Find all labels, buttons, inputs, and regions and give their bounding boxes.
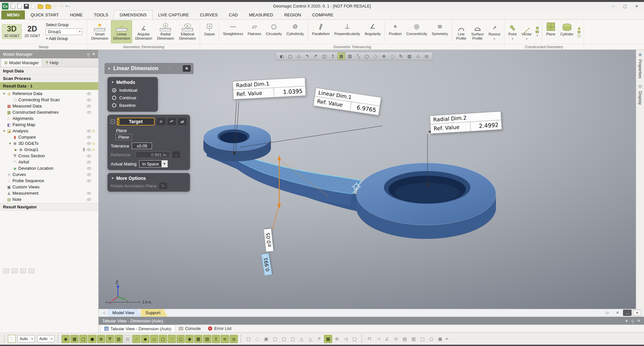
tree-item[interactable]: ▦ Measured Data [0, 103, 98, 109]
scroll-right-icon[interactable]: ▷ [603, 310, 612, 316]
filter-icon-4[interactable]: ▭ [29, 269, 34, 273]
plane-button[interactable]: Plane [544, 20, 557, 43]
collapse-icon[interactable]: ▼ [107, 67, 111, 70]
section-result-data[interactable]: Result Data - 1 [0, 82, 98, 90]
3d-gdt-button[interactable]: 3D 3D GD&T [2, 24, 22, 39]
toolbar-grip[interactable] [361, 335, 363, 343]
entity-filter-icon[interactable]: ◉ [62, 335, 70, 343]
visibility-eye-icon[interactable] [87, 130, 91, 132]
tolerance-button[interactable]: — Straightness [221, 20, 245, 43]
toolbar-grip[interactable] [58, 335, 59, 343]
add-group-button[interactable]: + Add Group [46, 36, 82, 41]
view-list-dropdown[interactable]: ▼ [633, 310, 641, 316]
geometry-tool-icon[interactable]: ▢ [244, 335, 253, 343]
dimension-annotation[interactable]: Radial Dim.1 Ref. Value 1.0395 [233, 77, 306, 100]
pin-icon[interactable] [632, 320, 634, 322]
entity-filter-icon[interactable]: ◎ [230, 335, 238, 343]
tab-tabular-view[interactable]: Tabular View - Dimension (Auto) [101, 325, 175, 332]
target-plane-1[interactable]: Plane [116, 128, 190, 133]
viewport-tool-icon[interactable]: ◎ [423, 52, 430, 60]
entity-filter-icon[interactable]: ○ [177, 335, 185, 343]
tree-item[interactable]: ∩ Curves [0, 171, 98, 178]
selection-mode-icon[interactable]: ⛶ [8, 335, 16, 343]
viewport-tool-icon[interactable]: ◐ [278, 52, 286, 60]
method-radio[interactable]: Continue [107, 94, 158, 102]
tree-item[interactable]: ▤ Note [0, 196, 98, 202]
viewport-tool-icon[interactable]: ╲ [354, 52, 362, 60]
measure-tool-icon[interactable]: ⊓ [365, 335, 373, 343]
measure-tool-icon[interactable]: ○ [427, 335, 435, 343]
section-scan-process[interactable]: Scan Process [0, 75, 98, 82]
viewport-tool-icon[interactable]: ▢ [286, 52, 294, 60]
viewport-tool-icon[interactable]: ↥ [329, 52, 337, 60]
elliptical-dimension-button[interactable]: EllipticalDimension [177, 20, 198, 43]
filter-icon-1[interactable]: ▭ [3, 269, 9, 273]
visibility-eye-icon[interactable] [87, 92, 91, 95]
minimize-button[interactable]: – [608, 3, 618, 10]
viewport-tool-icon[interactable]: ↱ [312, 52, 320, 60]
tree-item[interactable]: ◠ Airfoil [0, 159, 98, 165]
tolerance-button[interactable]: ◎ Concentricity [404, 20, 429, 43]
viewport-tool-icon[interactable]: ↰ [303, 52, 311, 60]
ribbon-tab[interactable]: MENU [1, 10, 25, 19]
entity-filter-icon[interactable]: ⇈ [106, 335, 114, 343]
scroll-left-icon[interactable]: ◁ [101, 311, 106, 315]
tree-item[interactable]: ▶ ⊕ Group1 3 ⚠ [0, 146, 98, 153]
line-profile-button[interactable]: LineProfile [454, 20, 468, 43]
entity-filter-icon[interactable]: ▢ [159, 335, 167, 343]
radio-icon[interactable] [112, 96, 116, 100]
viewport-tool-icon[interactable]: ▧ [406, 52, 413, 60]
tree-expand-icon[interactable]: ▼ [2, 129, 6, 133]
tolerance-input[interactable]: ±0.05 [132, 143, 152, 149]
tree-item[interactable]: ⇈ Cross Section [0, 153, 98, 159]
viewport-tool-icon[interactable]: ▦ [337, 52, 345, 60]
visibility-eye-icon[interactable] [87, 155, 91, 157]
close-view-icon[interactable]: ✕ [613, 310, 622, 316]
ribbon-tab[interactable]: CAD [223, 10, 243, 19]
measure-tool-icon[interactable]: ▤ [401, 335, 409, 343]
visibility-eye-icon[interactable] [87, 173, 91, 176]
measure-tool-icon[interactable]: ▢ [418, 335, 426, 343]
radio-icon[interactable] [112, 103, 116, 107]
viewport-tool-icon[interactable]: ◫ [320, 52, 328, 60]
entity-filter-icon[interactable]: ▥ [115, 335, 123, 343]
viewport-tool-icon[interactable]: ◇ [295, 52, 303, 60]
chevron-down-icon[interactable]: ▼ [625, 319, 628, 323]
visibility-eye-icon[interactable] [87, 105, 91, 107]
tree-item[interactable]: ∴ Probe Sequence [0, 178, 98, 184]
entity-filter-icon[interactable]: ● [88, 335, 96, 343]
toolbar-more-icon[interactable]: ▾ [446, 336, 448, 341]
visibility-eye-icon[interactable] [87, 99, 91, 101]
visibility-eye-icon[interactable] [87, 161, 91, 163]
ribbon-tab[interactable]: LIVE CAPTURE [153, 10, 195, 19]
tolerance-button[interactable]: ⌖ Position [387, 20, 404, 43]
radio-icon[interactable] [112, 88, 116, 92]
entity-filter-icon[interactable]: ▦ [70, 335, 79, 343]
viewport-tool-icon[interactable]: ↻ [397, 52, 405, 60]
geometry-tool-icon[interactable]: ▦ [324, 335, 332, 343]
ribbon-tab[interactable]: TOOLS [88, 10, 114, 19]
tolerance-button[interactable]: ⊥ Perpendicularity [332, 20, 362, 43]
tree-expand-icon[interactable]: ▼ [8, 142, 12, 145]
entity-filter-icon[interactable]: ↥ [212, 335, 220, 343]
smart-dimension-button[interactable]: ★ SmartDimension [89, 20, 110, 43]
geometry-tool-icon[interactable]: △ [297, 335, 306, 343]
selection-combo-2[interactable]: Auto ▼ [37, 335, 54, 342]
dialog-close-button[interactable]: ✕ [183, 65, 191, 72]
geometry-tool-icon[interactable]: ▢ [271, 335, 279, 343]
section-caret-icon[interactable]: ▼ [111, 177, 114, 180]
filter-icon-2[interactable]: ▭ [12, 269, 17, 273]
geometry-tool-icon[interactable]: ◁ [342, 335, 350, 343]
geometry-tool-icon[interactable]: △ [306, 335, 314, 343]
toolbar-grip[interactable] [240, 335, 242, 343]
tree-item[interactable]: ▼ ◪ Analysis ⚠ [0, 128, 98, 134]
tolerance-button[interactable]: ⊘ Cylindricity [284, 20, 306, 43]
target-button[interactable]: Target [117, 118, 155, 125]
folder-options-icon[interactable] [46, 5, 51, 9]
entity-filter-icon[interactable]: ▤ [203, 335, 211, 343]
entity-filter-icon[interactable]: ≡ [221, 335, 229, 343]
ribbon-tab[interactable]: HOME [64, 10, 88, 19]
viewport-tool-icon[interactable]: ▢ [363, 52, 371, 60]
ribbon-tab[interactable]: CURVES [195, 10, 223, 19]
2d-gdt-button[interactable]: 2D 2D GD&T [23, 24, 42, 39]
